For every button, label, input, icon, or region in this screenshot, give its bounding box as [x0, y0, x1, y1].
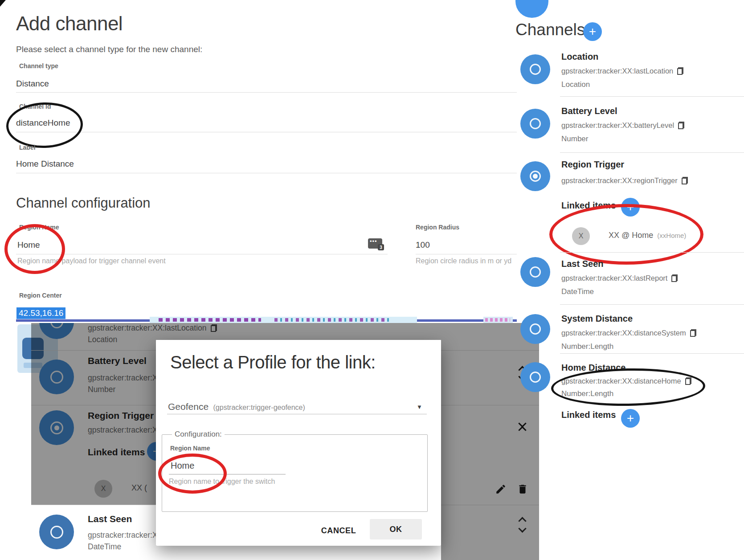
channel-type-label: Channel type — [19, 62, 58, 69]
channel-uid: gpstracker:tracker:XX:lastReport — [561, 274, 678, 282]
input-underline — [169, 474, 286, 474]
channel-type: DateTime — [88, 542, 121, 552]
ok-button[interactable]: OK — [370, 519, 422, 540]
channel-type: Number — [561, 135, 588, 143]
artifact-dashes — [159, 318, 261, 322]
channel-type: DateTime — [561, 287, 594, 296]
divider — [16, 92, 517, 93]
channel-uid-text: gpstracker:tracker:XX:lastReport — [561, 274, 667, 282]
add-channel-button[interactable]: + — [583, 22, 602, 41]
select-underline — [167, 414, 427, 414]
divider — [416, 254, 517, 254]
channel-title: Battery Level — [561, 106, 617, 116]
channel-type: Number:Length — [561, 342, 613, 351]
backdrop-dim — [31, 323, 156, 505]
divider — [560, 353, 744, 354]
profile-select[interactable]: Geofence (gpstracker:trigger-geofence) — [168, 401, 305, 412]
divider — [560, 252, 744, 253]
dropdown-caret-icon[interactable]: ▼ — [417, 404, 422, 410]
channel-title: Last Seen — [561, 259, 603, 269]
channel-trigger-icon — [520, 161, 550, 191]
region-name-field[interactable]: Home — [17, 240, 40, 250]
channel-id-field[interactable]: distanceHome — [16, 118, 70, 128]
configuration-fieldset: Configuration: Region Name Home Region n… — [162, 434, 428, 512]
channel-state-icon — [520, 257, 550, 287]
artifact-strip — [483, 317, 513, 323]
channel-title: Location — [561, 52, 598, 62]
region-name-helper: Region name payload for trigger channel … — [17, 257, 166, 265]
add-linked-item-button[interactable]: + — [621, 409, 640, 428]
channel-uid: gpstracker:tracker:XX:lastLocation — [561, 67, 683, 75]
keyboard-icon[interactable]: ••• 3 — [368, 238, 382, 249]
copy-icon[interactable] — [677, 67, 683, 75]
region-radius-label: Region Radius — [416, 224, 459, 231]
divider — [16, 254, 388, 254]
channel-uid: gpstracker:tracker:XX:batteryLevel — [561, 121, 684, 130]
copy-icon[interactable] — [678, 122, 684, 129]
page-subtitle: Please select a channel type for the new… — [16, 45, 202, 54]
channel-state-icon — [520, 54, 550, 84]
region-center-label: Region Center — [19, 292, 62, 299]
linked-item-suffix: (xxHome) — [657, 232, 686, 239]
channel-uid: gpstracker:tracker:XX:distanceSystem — [561, 329, 696, 337]
region-radius-helper: Region circle radius in m or yd — [416, 257, 511, 265]
backdrop-dim — [156, 323, 441, 340]
chevron-up-icon — [518, 517, 526, 525]
label-field[interactable]: Home Distance — [16, 159, 74, 169]
screenshot-canvas: Add channel Please select a channel type… — [0, 0, 744, 560]
channel-state-icon — [520, 109, 550, 139]
keyboard-badge: 3 — [378, 244, 384, 250]
linked-item-text: XX @ Home — [609, 231, 653, 240]
linked-items-label: Linked items — [561, 200, 616, 211]
channel-uid: gpstracker:tracker:XX:distanceHome — [561, 377, 691, 385]
channel-id-label: Channel Id — [19, 103, 51, 110]
divider — [16, 132, 517, 132]
cancel-button[interactable]: CANCEL — [314, 522, 363, 540]
channel-title: Region Trigger — [561, 159, 624, 170]
page-title: Add channel — [16, 12, 123, 35]
copy-icon[interactable] — [690, 329, 696, 337]
dialog-title: Select a Profile for the link: — [170, 352, 376, 372]
copy-icon[interactable] — [671, 274, 678, 282]
profile-select-uid: (gpstracker:trigger-geofence) — [213, 404, 305, 411]
channel-uid-text: gpstracker:tracker:XX:lastLocation — [561, 67, 673, 75]
region-name-label: Region Name — [19, 224, 59, 231]
channel-uid-text: gpstracker:tracker:XX:regionTrigger — [561, 176, 678, 185]
region-center-field[interactable]: 42.53,16.16 — [16, 307, 65, 319]
channel-type: Location — [561, 80, 590, 89]
channel-type-field[interactable]: Distance — [16, 79, 49, 89]
channel-state-icon — [39, 515, 74, 549]
label-label: Label — [19, 144, 36, 151]
section-title-channel-configuration: Channel configuration — [16, 195, 151, 211]
artifact-strip — [150, 317, 417, 323]
copy-icon[interactable] — [682, 177, 688, 184]
annotation-black-ellipse-home-distance — [551, 367, 705, 407]
circle-outline-icon — [530, 266, 541, 278]
circle-outline-icon — [50, 526, 63, 539]
divider — [560, 304, 744, 305]
channel-uid: gpstracker:tracker:XX:regionTrigger — [561, 176, 688, 185]
channel-uid: gpstracker:tracker:X — [88, 531, 158, 540]
linked-item: XX @ Home (xxHome) — [609, 231, 686, 240]
channel-title: Home Distance — [561, 363, 626, 373]
profile-select-value: Geofence — [168, 401, 208, 412]
add-linked-item-button[interactable]: + — [621, 198, 640, 217]
reorder-unfold-more-icon[interactable] — [519, 518, 525, 531]
circle-outline-icon — [530, 118, 541, 129]
profile-dialog: Select a Profile for the link: Geofence … — [156, 340, 441, 546]
linked-items-label: Linked items — [561, 410, 616, 420]
item-avatar: X — [572, 227, 590, 245]
channel-type: Number:Length — [561, 389, 613, 398]
artifact-dashes — [274, 318, 390, 322]
chevron-down-icon — [518, 524, 526, 532]
dialog-region-name-helper: Region name to trigger the switch — [169, 478, 275, 486]
dialog-region-name-field[interactable]: Home — [171, 461, 194, 471]
configuration-legend: Configuration: — [172, 430, 225, 439]
region-radius-field[interactable]: 100 — [416, 240, 430, 250]
channel-uid-text: gpstracker:tracker:XX:batteryLevel — [561, 121, 674, 130]
divider — [16, 173, 517, 173]
copy-icon[interactable] — [685, 377, 691, 385]
divider — [560, 96, 744, 97]
corner-artifact — [0, 0, 6, 7]
channel-uid-text: gpstracker:tracker:XX:distanceSystem — [561, 329, 686, 337]
